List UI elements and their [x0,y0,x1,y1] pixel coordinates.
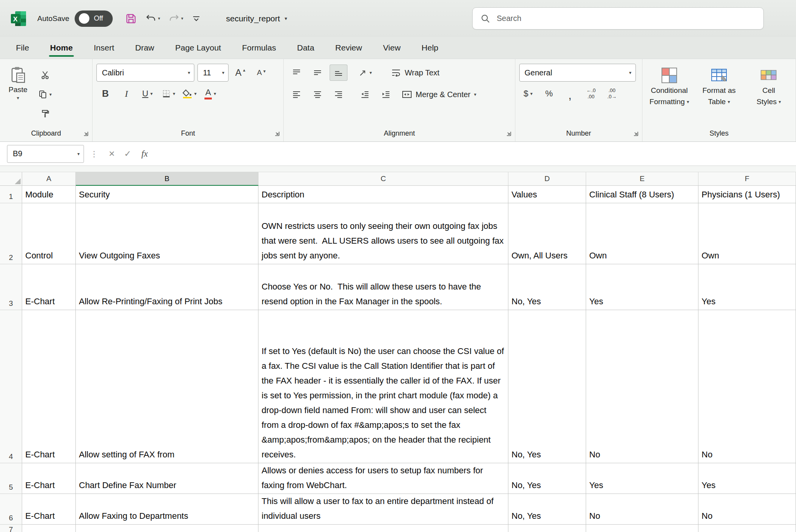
cell-C5[interactable]: Allows or denies access for users to set… [258,463,508,494]
cell-F3[interactable]: Yes [698,264,796,310]
dialog-launcher-icon[interactable] [274,131,280,137]
format-as-table-button[interactable]: Format as Table▾ [696,64,742,127]
dialog-launcher-icon[interactable] [633,131,639,137]
paste-button[interactable]: Paste ▾ [4,64,32,127]
column-header-E[interactable]: E [586,172,698,186]
cell-A3[interactable]: E-Chart [22,264,76,310]
tab-insert[interactable]: Insert [83,37,125,59]
cell-B7[interactable] [76,525,258,532]
cell-D4[interactable]: No, Yes [508,310,586,463]
cell-E2[interactable]: Own [586,203,698,264]
tab-home[interactable]: Home [40,37,83,59]
font-family-select[interactable]: Calibri ▾ [96,64,194,82]
tab-draw[interactable]: Draw [125,37,165,59]
tab-view[interactable]: View [372,37,411,59]
customize-toolbar-button[interactable] [189,12,203,26]
tab-help[interactable]: Help [411,37,449,59]
conditional-formatting-button[interactable]: Conditional Formatting▾ [646,64,692,127]
borders-button[interactable]: ▾ [159,85,177,102]
cell-F4[interactable]: No [698,310,796,463]
tab-page-layout[interactable]: Page Layout [165,37,232,59]
undo-button[interactable]: ▾ [143,11,162,26]
formula-input[interactable] [153,142,796,166]
row-header-2[interactable]: 2 [0,203,22,264]
cell-B4[interactable]: Allow setting of FAX from [76,310,258,463]
cell-E5[interactable]: Yes [586,463,698,494]
cell-A6[interactable]: E-Chart [22,494,76,525]
tab-file[interactable]: File [5,37,40,59]
cell-B5[interactable]: Chart Define Fax Number [76,463,258,494]
decrease-font-size-button[interactable]: A▼ [253,65,271,81]
middle-align-button[interactable] [309,65,326,81]
top-align-button[interactable] [288,65,305,81]
underline-button[interactable]: U ▾ [138,85,156,102]
cell-D6[interactable]: No, Yes [508,494,586,525]
tab-data[interactable]: Data [286,37,325,59]
fill-color-button[interactable]: ▾ [180,85,198,102]
cell-A2[interactable]: Control [22,203,76,264]
tab-formulas[interactable]: Formulas [232,37,287,59]
cell-E6[interactable]: No [586,494,698,525]
cell-styles-button[interactable]: Cell Styles▾ [746,64,792,127]
cell-C3[interactable]: Choose Yes or No. This will allow these … [258,264,508,310]
wrap-text-button[interactable]: Wrap Text [388,64,442,82]
orientation-button[interactable]: ▾ [356,65,374,81]
cell-E1[interactable]: Clinical Staff (8 Users) [586,186,698,203]
cell-E4[interactable]: No [586,310,698,463]
column-header-F[interactable]: F [698,172,796,186]
bottom-align-button[interactable] [330,65,347,81]
cell-D3[interactable]: No, Yes [508,264,586,310]
save-button[interactable] [123,10,139,27]
column-header-D[interactable]: D [508,172,586,186]
increase-font-size-button[interactable]: A▲ [232,65,250,81]
percent-style-button[interactable]: % [540,85,558,102]
cut-button[interactable] [36,67,54,83]
cell-F6[interactable]: No [698,494,796,525]
row-header-5[interactable]: 5 [0,463,22,494]
column-header-A[interactable]: A [22,172,76,186]
increase-decimal-button[interactable]: ←.0 .00 [582,85,600,102]
cell-D7[interactable] [508,525,586,532]
tab-review[interactable]: Review [325,37,373,59]
cell-C1[interactable]: Description [258,186,508,203]
dialog-launcher-icon[interactable] [83,131,89,137]
row-header-6[interactable]: 6 [0,494,22,525]
row-header-4[interactable]: 4 [0,310,22,463]
excel-app-icon[interactable]: X [10,10,27,27]
comma-style-button[interactable]: , [561,85,579,102]
cell-D1[interactable]: Values [508,186,586,203]
column-header-C[interactable]: C [258,172,508,186]
column-header-B[interactable]: B [76,172,258,186]
autosave-toggle[interactable]: Off [75,10,113,27]
italic-button[interactable]: I [117,85,135,102]
cell-B6[interactable]: Allow Faxing to Departments [76,494,258,525]
name-box[interactable]: B9 ▾ [7,145,84,163]
cell-F5[interactable]: Yes [698,463,796,494]
format-painter-button[interactable] [36,106,54,122]
increase-indent-button[interactable] [377,86,395,103]
cell-D2[interactable]: Own, All Users [508,203,586,264]
row-header-3[interactable]: 3 [0,264,22,310]
insert-function-button[interactable]: fx [141,149,148,159]
enter-icon[interactable]: ✓ [124,149,131,159]
document-title[interactable]: security_report ▾ [226,14,287,23]
cell-C6[interactable]: This will allow a user to fax to an enti… [258,494,508,525]
merge-center-button[interactable]: Merge & Center ▾ [399,85,479,103]
row-header-7[interactable]: 7 [0,525,22,532]
formula-bar-options-icon[interactable]: ⋮ [90,149,98,159]
dialog-launcher-icon[interactable] [506,131,512,137]
decrease-indent-button[interactable] [356,86,374,103]
cell-C7[interactable] [258,525,508,532]
font-color-button[interactable]: A ▾ [201,85,219,102]
cell-A1[interactable]: Module [22,186,76,203]
font-size-select[interactable]: 11 ▾ [197,64,229,82]
accounting-format-button[interactable]: $ ▾ [519,85,537,102]
cell-F2[interactable]: Own [698,203,796,264]
cell-D5[interactable]: No, Yes [508,463,586,494]
cell-C2[interactable]: OWN restricts users to only seeing their… [258,203,508,264]
decrease-decimal-button[interactable]: .00 .0→ [603,85,621,102]
bold-button[interactable]: B [96,85,114,102]
cell-E3[interactable]: Yes [586,264,698,310]
cell-B3[interactable]: Allow Re-Printing/Faxing of Print Jobs [76,264,258,310]
cell-B1[interactable]: Security [76,186,258,203]
